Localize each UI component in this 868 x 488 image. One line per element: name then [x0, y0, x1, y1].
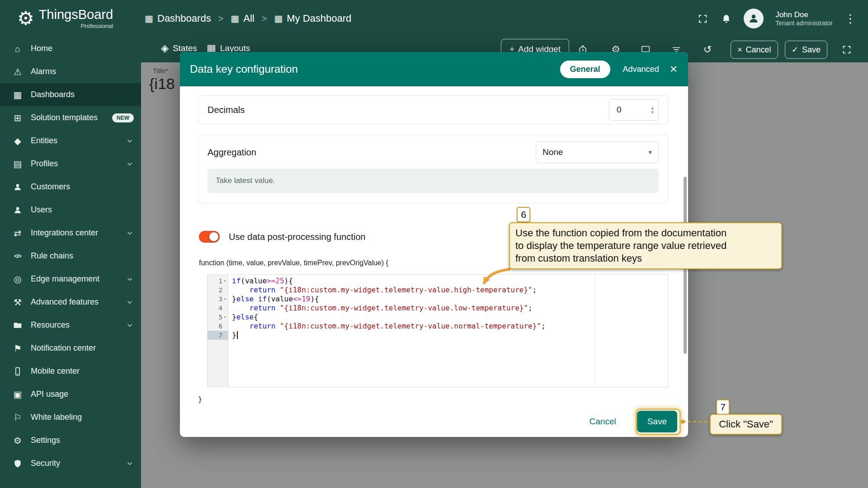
rulechains-icon: </>	[12, 250, 24, 262]
sidebar-item-label: Edge management	[31, 274, 99, 284]
chevron-down-icon	[126, 229, 134, 237]
close-icon[interactable]: ×	[670, 63, 677, 75]
templates-icon: ⊞	[12, 112, 24, 124]
notification-icon: ⚑	[12, 343, 24, 354]
aggregation-card: Aggregation None ▾ Take latest value.	[198, 135, 668, 203]
whitelabel-icon: ⚐	[12, 412, 24, 423]
dashboard-icon: ▦	[274, 14, 283, 23]
sidebar-item-profiles[interactable]: ▤Profiles	[0, 152, 141, 175]
sidebar-item-dashboards[interactable]: ▦Dashboards	[0, 83, 141, 106]
tab-general[interactable]: General	[560, 61, 610, 78]
code-text: }else{	[228, 313, 258, 322]
breadcrumb-label: Dashboards	[157, 13, 211, 24]
app-header: ⚙ ThingsBoard Professional ▦Dashboards>▦…	[0, 0, 868, 37]
sidebar-item-label: Notification center	[31, 343, 96, 353]
alarms-icon: ⚠	[12, 66, 24, 78]
user-block: John Doe Tenant administrator	[775, 10, 833, 28]
breadcrumb-item-all[interactable]: ▦All	[231, 13, 254, 24]
text-cursor	[237, 331, 238, 339]
sidebar-item-label: Solution templates	[31, 113, 98, 122]
post-processing-label: Use data post-processing function	[229, 232, 365, 242]
sidebar-item-label: Integrations center	[31, 228, 98, 238]
sidebar-item-notification-center[interactable]: ⚑Notification center	[0, 337, 141, 360]
home-icon: ⌂	[12, 43, 24, 55]
sidebar-item-customers[interactable]: Customers	[0, 175, 141, 198]
decimals-card: Decimals 0 ▴ ▾	[198, 95, 668, 124]
decimals-input[interactable]: 0 ▴ ▾	[609, 99, 659, 121]
sidebar-item-label: Mobile center	[31, 366, 80, 376]
sidebar-item-white-labeling[interactable]: ⚐White labeling	[0, 406, 141, 429]
avatar[interactable]	[744, 9, 764, 28]
number-stepper[interactable]: ▴ ▾	[651, 105, 654, 114]
line-number: 6	[208, 322, 228, 331]
states-icon: ◈	[161, 43, 169, 53]
toolbar-fullscreen-icon[interactable]	[841, 44, 853, 56]
sidebar-item-alarms[interactable]: ⚠Alarms	[0, 60, 141, 83]
history-icon[interactable]: ↺	[702, 44, 713, 56]
cancel-button[interactable]: Cancel	[590, 417, 616, 427]
line-number: 5▾	[208, 313, 228, 322]
sidebar-item-users[interactable]: Users	[0, 198, 141, 221]
aggregation-select[interactable]: None ▾	[536, 141, 659, 163]
stepper-down-icon[interactable]: ▾	[651, 110, 654, 114]
dialog-tabs: General Advanced	[560, 61, 659, 78]
sidebar-item-advanced-features[interactable]: ⚒Advanced features	[0, 291, 141, 314]
code-text: }	[228, 331, 238, 340]
sidebar-item-home[interactable]: ⌂Home	[0, 37, 141, 60]
sidebar-item-label: Rule chains	[31, 251, 73, 261]
kebab-menu-icon[interactable]: ⋮	[844, 12, 856, 26]
dashboard-icon: ▦	[231, 14, 239, 23]
dashboards-icon: ▦	[12, 89, 24, 101]
thingsboard-logo[interactable]: ⚙ ThingsBoard Professional	[17, 8, 113, 29]
code-line: 7}	[208, 331, 668, 340]
notifications-bell-icon[interactable]	[720, 13, 732, 24]
chevron-down-icon	[126, 160, 134, 168]
sidebar-item-entities[interactable]: ◆Entities	[0, 129, 141, 152]
chevron-down-icon: ▾	[648, 148, 652, 156]
integrations-icon: ⇄	[12, 227, 24, 239]
breadcrumb-item-dashboards[interactable]: ▦Dashboards	[145, 13, 211, 24]
sidebar-item-security[interactable]: Security	[0, 452, 141, 475]
function-closing-brace: }	[198, 395, 202, 404]
entities-icon: ◆	[12, 135, 24, 147]
sidebar-item-label: Settings	[31, 436, 60, 445]
sidebar-item-label: White labeling	[31, 413, 82, 422]
aggregation-label: Aggregation	[208, 147, 256, 158]
security-icon	[12, 458, 24, 469]
sidebar-item-resources[interactable]: Resources	[0, 314, 141, 337]
post-processing-row: Use data post-processing function	[199, 228, 365, 246]
sidebar-item-api-usage[interactable]: ▣API usage	[0, 383, 141, 406]
step7-callout: Click "Save"	[710, 414, 782, 435]
tab-advanced[interactable]: Advanced	[623, 65, 659, 74]
user-name: John Doe	[775, 10, 833, 19]
code-editor[interactable]: 1▾if(value>=25){2 return "{i18n:custom.m…	[207, 274, 668, 387]
sidebar-item-label: Advanced features	[31, 297, 99, 307]
code-line: 2 return "{i18n:custom.my-widget.telemet…	[208, 286, 668, 295]
line-number: 3▾	[208, 295, 228, 304]
edge-icon: ◎	[12, 273, 24, 285]
save-button-highlight-ring	[636, 408, 681, 435]
toolbar-save-button[interactable]: ✓ Save	[785, 41, 827, 59]
toolbar-cancel-button[interactable]: × Cancel	[731, 41, 778, 59]
check-icon: ✓	[792, 45, 798, 55]
post-processing-toggle[interactable]	[199, 231, 220, 243]
breadcrumb-item-my-dashboard[interactable]: ▦My Dashboard	[274, 13, 351, 24]
sidebar-item-label: Users	[31, 205, 52, 215]
advanced-icon: ⚒	[12, 296, 24, 308]
aggregation-hint: Take latest value.	[208, 169, 659, 193]
sidebar-item-solution-templates[interactable]: ⊞Solution templatesNEW	[0, 106, 141, 129]
close-x-icon: ×	[737, 45, 742, 55]
code-line: 3▾}else if(value<=19){	[208, 295, 668, 304]
sidebar-item-rule-chains[interactable]: </>Rule chains	[0, 244, 141, 267]
sidebar-item-edge-management[interactable]: ◎Edge management	[0, 267, 141, 291]
sidebar-item-label: Dashboards	[31, 90, 75, 99]
sidebar-item-mobile-center[interactable]: Mobile center	[0, 360, 141, 383]
sidebar-item-label: Home	[31, 44, 52, 53]
fullscreen-icon[interactable]	[697, 13, 708, 24]
breadcrumb: ▦Dashboards>▦All>▦My Dashboard	[145, 13, 351, 24]
code-line: 5▾}else{	[208, 313, 668, 322]
new-badge: NEW	[112, 113, 134, 122]
sidebar-item-integrations-center[interactable]: ⇄Integrations center	[0, 221, 141, 244]
person-icon	[12, 204, 24, 216]
sidebar-item-settings[interactable]: ⚙Settings	[0, 429, 141, 452]
